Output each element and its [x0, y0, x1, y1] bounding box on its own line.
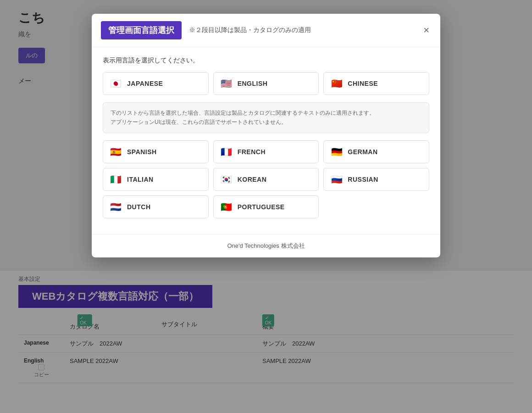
bottom-language-grid-row3: 🇳🇱 DUTCH 🇵🇹 PORTUGUESE [103, 195, 429, 218]
dutch-flag-icon: 🇳🇱 [110, 201, 122, 213]
modal-header: 管理画面言語選択 ※２段目以降は製品・カタログのみの適用 × [92, 14, 440, 47]
bottom-language-grid-row2: 🇮🇹 ITALIAN 🇰🇷 KOREAN 🇷🇺 RUSSIAN [103, 168, 429, 191]
french-label: FRENCH [238, 148, 266, 156]
lang-button-italian[interactable]: 🇮🇹 ITALIAN [103, 168, 209, 191]
portuguese-flag-icon: 🇵🇹 [220, 201, 233, 213]
chinese-label: CHINESE [348, 80, 378, 87]
chinese-flag-icon: 🇨🇳 [330, 77, 343, 90]
lang-button-portuguese[interactable]: 🇵🇹 PORTUGUESE [213, 195, 319, 218]
english-label: ENGLISH [238, 80, 268, 87]
japanese-label: JAPANESE [127, 80, 163, 87]
italian-label: ITALIAN [127, 176, 154, 183]
modal-overlay: 管理画面言語選択 ※２段目以降は製品・カタログのみの適用 × 表示用言語を選択し… [0, 0, 532, 413]
german-label: GERMAN [348, 148, 377, 156]
french-flag-icon: 🇫🇷 [220, 145, 233, 158]
lang-button-korean[interactable]: 🇰🇷 KOREAN [213, 168, 319, 191]
russian-flag-icon: 🇷🇺 [330, 173, 343, 186]
lang-button-french[interactable]: 🇫🇷 FRENCH [213, 140, 319, 163]
modal-footer: One'd Technologies 株式会社 [92, 234, 440, 257]
german-flag-icon: 🇩🇪 [330, 145, 343, 158]
italian-flag-icon: 🇮🇹 [110, 173, 122, 186]
portuguese-label: PORTUGUESE [238, 203, 285, 211]
notice-box: 下のリストから言語を選択した場合、言語設定は製品とカタログに関連するテキストのみ… [103, 102, 429, 133]
modal-close-button[interactable]: × [421, 23, 431, 37]
bottom-language-grid-row1: 🇪🇸 SPANISH 🇫🇷 FRENCH 🇩🇪 GERMAN [103, 140, 429, 163]
lang-button-japanese[interactable]: 🇯🇵 JAPANESE [103, 72, 209, 95]
lang-button-german[interactable]: 🇩🇪 GERMAN [323, 140, 429, 163]
spanish-flag-icon: 🇪🇸 [110, 145, 122, 158]
modal-subtitle: ※２段目以降は製品・カタログのみの適用 [189, 26, 414, 34]
lang-button-english[interactable]: 🇺🇸 ENGLISH [213, 72, 319, 95]
select-prompt: 表示用言語を選択してください。 [103, 56, 429, 65]
korean-flag-icon: 🇰🇷 [220, 173, 233, 186]
lang-button-chinese[interactable]: 🇨🇳 CHINESE [323, 72, 429, 95]
dutch-label: DUTCH [127, 203, 151, 211]
lang-button-dutch[interactable]: 🇳🇱 DUTCH [103, 195, 209, 218]
lang-button-russian[interactable]: 🇷🇺 RUSSIAN [323, 168, 429, 191]
spanish-label: SPANISH [127, 148, 157, 156]
top-language-grid: 🇯🇵 JAPANESE 🇺🇸 ENGLISH 🇨🇳 CHINESE [103, 72, 429, 95]
language-select-modal: 管理画面言語選択 ※２段目以降は製品・カタログのみの適用 × 表示用言語を選択し… [92, 14, 440, 257]
modal-body: 表示用言語を選択してください。 🇯🇵 JAPANESE 🇺🇸 ENGLISH 🇨… [92, 47, 440, 232]
lang-button-spanish[interactable]: 🇪🇸 SPANISH [103, 140, 209, 163]
japanese-flag-icon: 🇯🇵 [110, 77, 122, 90]
russian-label: RUSSIAN [348, 176, 378, 183]
english-flag-icon: 🇺🇸 [220, 77, 233, 90]
modal-title: 管理画面言語選択 [101, 21, 182, 39]
korean-label: KOREAN [238, 176, 267, 183]
